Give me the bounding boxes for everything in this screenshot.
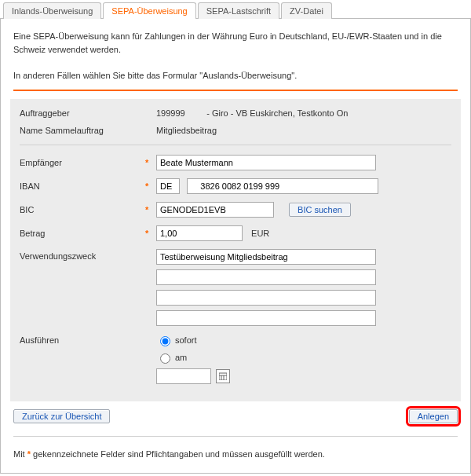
input-empfaenger[interactable] xyxy=(156,155,376,170)
label-vwz: Verwendungszweck xyxy=(20,249,145,261)
label-ausfuehren: Ausführen xyxy=(20,334,145,345)
bic-search-button[interactable]: BIC suchen xyxy=(289,203,351,217)
required-iban: * xyxy=(145,181,156,191)
tab-sepa-lastschrift[interactable]: SEPA-Lastschrift xyxy=(198,2,279,19)
currency-label: EUR xyxy=(251,229,269,238)
divider-orange xyxy=(13,90,458,91)
intro-line-1: Eine SEPA-Überweisung kann für Zahlungen… xyxy=(13,30,458,56)
required-empfaenger: * xyxy=(145,158,156,167)
anlegen-button[interactable]: Anlegen xyxy=(409,409,458,423)
divider-grey-2 xyxy=(13,436,458,437)
label-empfaenger: Empfänger xyxy=(20,158,145,167)
tab-sepa-ueberweisung[interactable]: SEPA-Überweisung xyxy=(103,2,195,19)
input-iban-country[interactable] xyxy=(156,178,180,194)
input-vwz-2[interactable] xyxy=(156,269,376,285)
radio-sofort[interactable] xyxy=(160,336,170,346)
label-auftraggeber: Auftraggeber xyxy=(20,108,145,118)
radio-sofort-label: sofort xyxy=(175,335,197,345)
input-vwz-3[interactable] xyxy=(156,290,376,306)
tab-inlands-ueberweisung[interactable]: Inlands-Überweisung xyxy=(3,2,101,19)
input-iban-number[interactable] xyxy=(187,178,378,194)
tab-zv-datei[interactable]: ZV-Datei xyxy=(281,2,332,19)
label-sammelauftrag: Name Sammelauftrag xyxy=(20,126,145,135)
input-vwz-1[interactable] xyxy=(156,249,376,265)
label-bic: BIC xyxy=(20,205,145,214)
intro-line-2: In anderen Fällen wählen Sie bitte das F… xyxy=(13,69,458,82)
required-betrag: * xyxy=(145,229,156,238)
value-auftraggeber: 199999 - Giro - VB Euskirchen, Testkonto… xyxy=(156,108,451,118)
divider-grey-1 xyxy=(20,145,451,145)
input-betrag[interactable] xyxy=(156,225,243,241)
calendar-icon[interactable] xyxy=(216,369,230,383)
radio-am-label: am xyxy=(175,353,187,362)
input-exec-date[interactable] xyxy=(156,368,211,384)
value-sammelauftrag: Mitgliedsbeitrag xyxy=(156,126,451,135)
input-vwz-4[interactable] xyxy=(156,310,376,326)
radio-am[interactable] xyxy=(160,353,170,364)
required-note: Mit * gekennzeichnete Felder sind Pflich… xyxy=(13,446,458,462)
back-button[interactable]: Zurück zur Übersicht xyxy=(13,409,110,423)
required-bic: * xyxy=(145,205,156,214)
svg-rect-0 xyxy=(219,373,227,380)
label-iban: IBAN xyxy=(20,181,145,191)
label-betrag: Betrag xyxy=(20,229,145,238)
input-bic[interactable] xyxy=(156,202,274,218)
